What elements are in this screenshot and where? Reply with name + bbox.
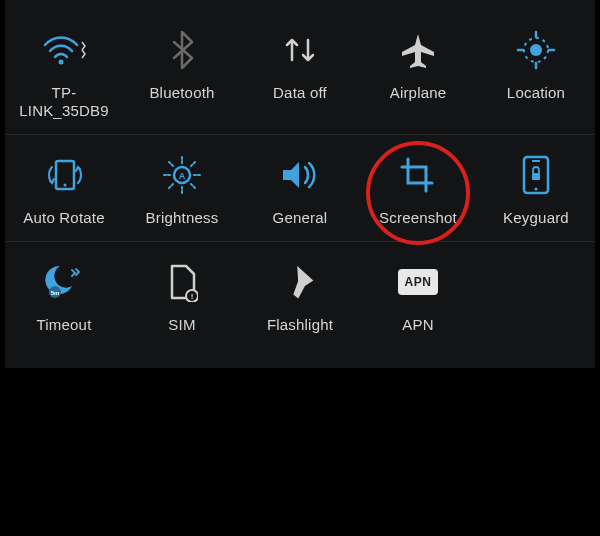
tile-label: TP- LINK_35DB9	[19, 84, 109, 120]
svg-point-1	[530, 44, 542, 56]
tile-wifi[interactable]: TP- LINK_35DB9	[5, 26, 123, 120]
tile-label: Timeout	[36, 316, 91, 334]
tile-label: SIM	[168, 316, 195, 334]
tile-brightness[interactable]: A Brightness	[123, 151, 241, 227]
tile-flashlight[interactable]: Flashlight	[241, 258, 359, 334]
brightness-icon: A	[158, 151, 206, 199]
sim-icon: !	[158, 258, 206, 306]
flashlight-icon	[276, 258, 324, 306]
tile-label: Airplane	[390, 84, 447, 102]
tile-timeout[interactable]: 5m Timeout	[5, 258, 123, 334]
tile-label: Data off	[273, 84, 327, 102]
svg-text:5m: 5m	[51, 290, 60, 296]
auto-rotate-icon	[40, 151, 88, 199]
tile-location[interactable]: Location	[477, 26, 595, 120]
svg-line-18	[191, 162, 195, 166]
tile-label: Location	[507, 84, 565, 102]
tile-screenshot[interactable]: Screenshot	[359, 151, 477, 227]
tile-label: Bluetooth	[149, 84, 214, 102]
svg-point-0	[59, 60, 64, 65]
svg-text:!: !	[191, 292, 194, 301]
tile-sound-profile[interactable]: General	[241, 151, 359, 227]
svg-text:A: A	[179, 171, 186, 181]
location-icon	[512, 26, 560, 74]
svg-line-17	[169, 184, 173, 188]
sound-general-icon	[276, 151, 324, 199]
tile-label: General	[273, 209, 328, 227]
apn-icon: APN	[394, 258, 442, 306]
svg-rect-21	[532, 173, 540, 180]
svg-line-16	[191, 184, 195, 188]
quick-settings-row: TP- LINK_35DB9 Bluetooth Data off	[5, 10, 595, 135]
svg-point-22	[535, 188, 538, 191]
tile-bluetooth[interactable]: Bluetooth	[123, 26, 241, 120]
data-off-icon	[276, 26, 324, 74]
tile-sim[interactable]: ! SIM	[123, 258, 241, 334]
tile-label: Brightness	[146, 209, 219, 227]
tile-apn[interactable]: APN APN	[359, 258, 477, 334]
tile-keyguard[interactable]: Keyguard	[477, 151, 595, 227]
apn-badge-text: APN	[398, 269, 438, 295]
tile-airplane[interactable]: Airplane	[359, 26, 477, 120]
timeout-icon: 5m	[40, 258, 88, 306]
tile-label: APN	[402, 316, 433, 334]
svg-point-8	[64, 184, 67, 187]
wifi-icon	[40, 26, 88, 74]
quick-settings-panel: TP- LINK_35DB9 Bluetooth Data off	[5, 0, 595, 368]
tile-label: Auto Rotate	[23, 209, 104, 227]
tile-label: Screenshot	[379, 209, 457, 227]
tile-data[interactable]: Data off	[241, 26, 359, 120]
tile-auto-rotate[interactable]: Auto Rotate	[5, 151, 123, 227]
quick-settings-row: 5m Timeout ! SIM Flashlight	[5, 242, 595, 348]
svg-line-15	[169, 162, 173, 166]
keyguard-icon	[512, 151, 560, 199]
screenshot-icon	[394, 151, 442, 199]
tile-label: Flashlight	[267, 316, 333, 334]
quick-settings-row: Auto Rotate A	[5, 135, 595, 242]
tile-label: Keyguard	[503, 209, 569, 227]
bluetooth-icon	[158, 26, 206, 74]
airplane-icon	[394, 26, 442, 74]
